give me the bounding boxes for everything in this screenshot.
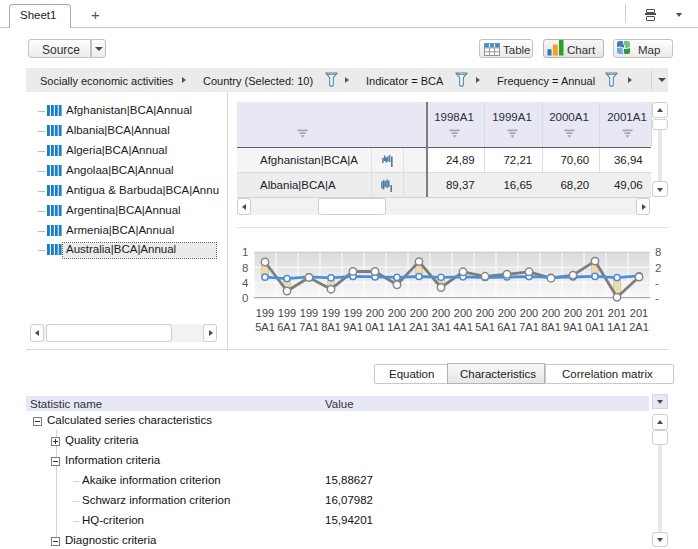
svg-text:-: - [655,277,659,289]
svg-text:-: - [655,292,659,304]
svg-text:8: 8 [655,246,661,258]
svg-text:1: 1 [242,246,248,258]
svg-text:0: 0 [242,292,248,304]
svg-text:2: 2 [655,262,661,274]
svg-text:8: 8 [242,262,248,274]
svg-text:4: 4 [242,277,249,289]
